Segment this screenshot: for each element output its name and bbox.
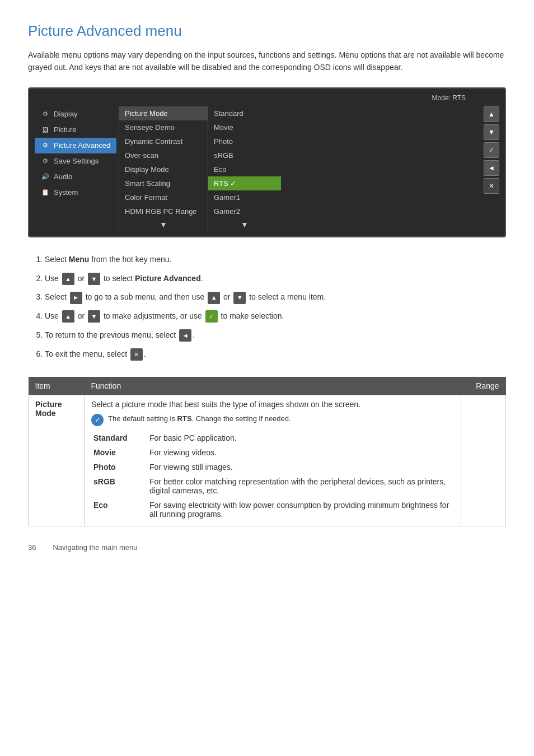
instructions-list: Select Menu from the hot key menu. Use ▲… <box>28 253 506 361</box>
osd-srgb-label: sRGB <box>214 151 233 160</box>
osd-standard-label: Standard <box>214 109 243 118</box>
picture-mode-item: PictureMode <box>29 395 85 526</box>
osd-system-label: System <box>54 188 78 197</box>
check-inline-btn: ✓ <box>205 310 218 323</box>
eco-desc: For saving electricity with low power co… <box>147 498 454 521</box>
picture-mode-range <box>461 395 506 526</box>
mode-label: Mode: RTS <box>35 94 499 102</box>
up-inline-btn: ▲ <box>62 273 74 285</box>
audio-icon: 🔊 <box>40 172 50 182</box>
right-inline-btn: ► <box>70 292 82 304</box>
osd-photo-label: Photo <box>214 137 233 146</box>
osd-save-settings-item[interactable]: ⚙ Save Settings <box>35 153 116 169</box>
exit-button[interactable]: ✕ <box>484 178 499 194</box>
table-header-item: Item <box>29 377 85 395</box>
osd-srgb-item[interactable]: sRGB <box>208 148 281 162</box>
note-icon: ✓ <box>91 414 104 426</box>
down-button[interactable]: ▼ <box>484 124 499 140</box>
osd-movie-label: Movie <box>214 123 233 132</box>
osd-senseye-item[interactable]: Senseye Demo <box>119 120 208 134</box>
table-header-function: Function <box>85 377 461 395</box>
check-button[interactable]: ✓ <box>484 142 499 158</box>
page-text: Navigating the main menu <box>53 543 137 552</box>
picture-mode-sub-table: Standard For basic PC application. Movie… <box>91 431 454 521</box>
osd-photo-item[interactable]: Photo <box>208 134 281 148</box>
sub-row-eco: Eco For saving electricity with low powe… <box>91 498 454 521</box>
srgb-desc: For better color matching representation… <box>147 474 454 498</box>
instruction-5: To return to the previous menu, select ◄… <box>45 329 506 342</box>
photo-desc: For viewing still images. <box>147 460 454 474</box>
up-button[interactable]: ▲ <box>484 106 499 122</box>
up-inline-btn3: ▲ <box>62 310 74 323</box>
note-text: The default setting is RTS. Change the s… <box>108 413 291 424</box>
picture-icon: 🖼 <box>40 125 50 135</box>
srgb-item: sRGB <box>91 474 147 498</box>
osd-smart-scaling-label: Smart Scaling <box>125 179 170 188</box>
instruction-6: To exit the menu, select ✕. <box>45 348 506 361</box>
osd-picture-advanced-label: Picture Advanced <box>54 141 110 150</box>
osd-left-column: ⚙ Display 🖼 Picture ⚙ Picture Advanced ⚙… <box>35 106 119 231</box>
osd-dynamic-contrast-item[interactable]: Dynamic Contrast <box>119 134 208 148</box>
osd-picture-advanced-item[interactable]: ⚙ Picture Advanced <box>35 138 116 153</box>
right-scroll-down: ▼ <box>208 218 281 231</box>
down-inline-btn2: ▼ <box>233 292 246 304</box>
movie-desc: For viewing videos. <box>147 445 454 460</box>
osd-color-format-label: Color Format <box>125 193 167 202</box>
osd-gamer1-item[interactable]: Gamer1 <box>208 190 281 204</box>
sub-row-photo: Photo For viewing still images. <box>91 460 454 474</box>
instructions-section: Select Menu from the hot key menu. Use ▲… <box>28 253 506 361</box>
standard-desc: For basic PC application. <box>147 431 454 445</box>
photo-item: Photo <box>91 460 147 474</box>
osd-audio-label: Audio <box>54 172 72 181</box>
osd-picture-item[interactable]: 🖼 Picture <box>35 122 116 138</box>
osd-picture-mode-item[interactable]: Picture Mode <box>119 106 208 120</box>
osd-eco-item[interactable]: Eco <box>208 162 281 176</box>
movie-item: Movie <box>91 445 147 460</box>
osd-gamer2-label: Gamer2 <box>214 207 240 216</box>
sub-row-movie: Movie For viewing videos. <box>91 445 454 460</box>
osd-hdmi-rgb-item[interactable]: HDMI RGB PC Range <box>119 204 208 218</box>
instruction-3: Select ► to go to a sub menu, and then u… <box>45 291 506 304</box>
osd-gamer1-label: Gamer1 <box>214 193 240 202</box>
osd-color-format-item[interactable]: Color Format <box>119 190 208 204</box>
back-button[interactable]: ◄ <box>484 160 499 176</box>
osd-movie-item[interactable]: Movie <box>208 120 281 134</box>
osd-standard-item[interactable]: Standard <box>208 106 281 120</box>
save-settings-icon: ⚙ <box>40 156 50 166</box>
intro-text: Available menu options may vary dependin… <box>28 49 506 74</box>
osd-save-settings-label: Save Settings <box>54 157 99 165</box>
osd-right-column: Standard Movie Photo sRGB Eco RTS ✓ Game… <box>208 106 281 231</box>
osd-system-item[interactable]: 📋 System <box>35 185 116 200</box>
page-footer: 36 Navigating the main menu <box>28 543 506 552</box>
osd-display-item[interactable]: ⚙ Display <box>35 106 116 122</box>
system-icon: 📋 <box>40 188 50 198</box>
osd-rts-item[interactable]: RTS ✓ <box>208 176 281 190</box>
osd-mid-column: Picture Mode Senseye Demo Dynamic Contra… <box>119 106 208 231</box>
osd-display-label: Display <box>54 110 78 118</box>
sub-row-standard: Standard For basic PC application. <box>91 431 454 445</box>
function-table: Item Function Range PictureMode Select a… <box>28 377 506 526</box>
instruction-1: Select Menu from the hot key menu. <box>45 253 506 267</box>
picture-mode-intro: Select a picture mode that best suits th… <box>91 400 454 409</box>
osd-hdmi-rgb-label: HDMI RGB PC Range <box>125 207 197 216</box>
osd-overscan-item[interactable]: Over-scan <box>119 148 208 162</box>
osd-smart-scaling-item[interactable]: Smart Scaling <box>119 176 208 190</box>
mid-scroll-down: ▼ <box>119 218 208 231</box>
display-icon: ⚙ <box>40 109 50 119</box>
exit-inline-btn: ✕ <box>130 348 143 361</box>
standard-item: Standard <box>91 431 147 445</box>
osd-rts-label: RTS ✓ <box>214 179 236 188</box>
page-number: 36 <box>28 543 36 552</box>
osd-audio-item[interactable]: 🔊 Audio <box>35 169 116 185</box>
instruction-2: Use ▲ or ▼ to select Picture Advanced. <box>45 272 506 286</box>
down-inline-btn3: ▼ <box>88 310 100 323</box>
osd-gamer2-item[interactable]: Gamer2 <box>208 204 281 218</box>
osd-diagram: Mode: RTS ⚙ Display 🖼 Picture ⚙ Picture … <box>28 87 506 237</box>
osd-picture-label: Picture <box>54 125 76 134</box>
down-inline-btn: ▼ <box>88 273 100 285</box>
osd-display-mode-item[interactable]: Display Mode <box>119 162 208 176</box>
page-title: Picture Advanced menu <box>28 22 506 40</box>
picture-mode-function: Select a picture mode that best suits th… <box>85 395 461 526</box>
osd-eco-label: Eco <box>214 165 226 174</box>
osd-controls: ▲ ▼ ✓ ◄ ✕ <box>479 106 499 231</box>
